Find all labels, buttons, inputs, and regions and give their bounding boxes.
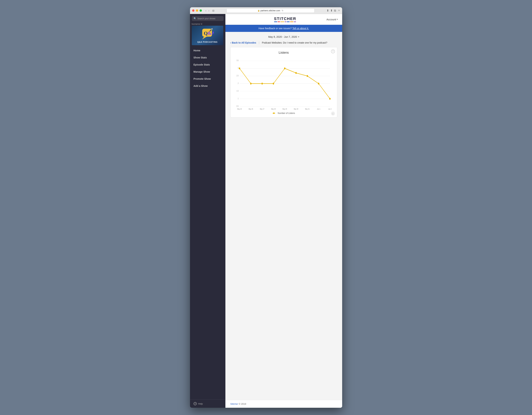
- chart-dot-2: [261, 83, 263, 85]
- chart-dot-0: [239, 68, 240, 69]
- breadcrumb-separator: |: [259, 41, 259, 44]
- podcast-artwork: Q &A 🎤 Q&A PODCASTING: [192, 26, 223, 45]
- chart-dot-7: [318, 83, 319, 85]
- svg-text:May 30: May 30: [294, 108, 298, 110]
- svg-text:May 29: May 29: [282, 108, 287, 110]
- svg-text:1.5: 1.5: [236, 90, 238, 92]
- episode-title: Podcast Websites: Do I need to create on…: [262, 41, 327, 44]
- sidebar-item-add-show[interactable]: Add a Show: [190, 82, 225, 89]
- logo-bar-1: [274, 21, 277, 22]
- legend-label: Number of Listens: [278, 112, 295, 114]
- svg-text:Q: Q: [204, 30, 208, 36]
- podcast-logo: Q &A 🎤: [201, 28, 214, 40]
- logo-wordmark: STITCHER: [274, 17, 296, 21]
- feedback-link[interactable]: Tell us about it.: [292, 27, 309, 30]
- show-card[interactable]: buzzsprout ⬇ Q &A: [192, 23, 224, 45]
- chart-dot-4: [284, 68, 285, 69]
- help-icon: ?: [194, 402, 197, 405]
- svg-text:3: 3: [238, 67, 238, 69]
- svg-text:May 25: May 25: [237, 108, 242, 110]
- svg-text:May 26: May 26: [248, 108, 253, 110]
- date-range-selector[interactable]: May 8, 2020 - Jun 7, 2020 ▾: [268, 35, 299, 38]
- toolbar-right: ⬇ ⬆ ⧉ +: [327, 9, 340, 12]
- help-link[interactable]: ? Help: [194, 402, 222, 405]
- sidebar-item-promote-show[interactable]: Promote Show: [190, 75, 225, 82]
- podcast-logo-svg: Q &A 🎤: [201, 28, 214, 40]
- sidebar: 🔍 buzzsprout ⬇ Q: [190, 14, 225, 408]
- svg-text:2: 2: [238, 82, 238, 85]
- svg-text:May 27: May 27: [260, 108, 264, 110]
- svg-text:Jun 1: Jun 1: [317, 108, 320, 110]
- close-button[interactable]: [192, 10, 194, 12]
- reload-button[interactable]: ↻: [282, 10, 284, 12]
- podcast-source-label: buzzsprout ⬇: [192, 23, 224, 25]
- sidebar-item-episode-stats[interactable]: Episode Stats: [190, 61, 225, 68]
- app-container: 🔍 buzzsprout ⬇ Q: [190, 14, 342, 408]
- main-content: STITCHER Account ▾: [225, 14, 342, 408]
- chart-dot-8: [329, 98, 331, 100]
- legend-line-icon: [273, 112, 277, 114]
- chart-dot-5: [295, 72, 297, 74]
- sidebar-nav: Home Show Stats Episode Stats Manage Sho…: [190, 47, 225, 89]
- lock-icon: 🔒: [258, 10, 260, 11]
- chart-dot-3: [273, 83, 274, 85]
- back-to-episodes-link[interactable]: ‹ Back to All Episodes: [230, 41, 256, 44]
- stitcher-logo: STITCHER: [274, 17, 296, 22]
- share-button[interactable]: ⬆: [330, 9, 332, 12]
- svg-text:🎤: 🎤: [209, 28, 213, 32]
- back-button[interactable]: ‹: [205, 9, 207, 12]
- add-tab-button[interactable]: ⧉: [334, 9, 336, 12]
- download-icon: ⬇: [201, 23, 202, 25]
- forward-button[interactable]: ›: [208, 9, 210, 12]
- podcast-name-label: Q&A PODCASTING: [197, 41, 218, 43]
- logo-bars: [274, 21, 296, 22]
- logo-bar-6: [290, 21, 294, 22]
- titlebar: ‹ › ⊟ 🔒 partners.stitcher.com ↻ ⬇ ⬆ ⧉ +: [190, 7, 342, 14]
- logo-bar-4: [285, 21, 286, 22]
- chart-scroll-button[interactable]: ↓: [331, 112, 335, 116]
- site-footer: Stitcher © 2019: [225, 400, 342, 408]
- svg-text:Jun 2: Jun 2: [328, 108, 332, 110]
- logo-bar-5: [287, 21, 290, 22]
- listens-chart: 3.5 3 2.5 2 1.5 1 0.5: [235, 57, 333, 110]
- url-text: partners.stitcher.com: [260, 10, 280, 12]
- svg-point-29: [273, 112, 275, 114]
- date-picker[interactable]: May 8, 2020 - Jun 7, 2020 ▾: [230, 35, 337, 38]
- chart-help-button[interactable]: ?: [331, 49, 335, 53]
- svg-text:May 28: May 28: [271, 108, 276, 110]
- breadcrumb-bar: ‹ Back to All Episodes | Podcast Website…: [230, 41, 337, 44]
- maximize-button[interactable]: [200, 10, 202, 12]
- logo-bar-2: [278, 21, 280, 22]
- feedback-banner: Have feedback or see issues? Tell us abo…: [225, 25, 342, 32]
- browser-window: ‹ › ⊟ 🔒 partners.stitcher.com ↻ ⬇ ⬆ ⧉ + …: [190, 7, 342, 408]
- chart-dot-1: [250, 83, 251, 85]
- chart-title: Listens: [235, 51, 333, 55]
- sidebar-item-show-stats[interactable]: Show Stats: [190, 54, 225, 61]
- date-caret-icon: ▾: [298, 36, 299, 38]
- svg-text:3.5: 3.5: [236, 59, 238, 62]
- svg-text:2.5: 2.5: [236, 75, 238, 77]
- top-nav: STITCHER Account ▾: [225, 14, 342, 25]
- chevron-down-icon: ▾: [337, 18, 338, 20]
- search-input[interactable]: [198, 17, 222, 20]
- url-bar[interactable]: 🔒 partners.stitcher.com ↻: [227, 9, 314, 13]
- svg-marker-4: [202, 37, 207, 39]
- logo-bar-3: [280, 21, 284, 22]
- new-tab-button[interactable]: +: [338, 9, 340, 12]
- sidebar-item-home[interactable]: Home: [190, 47, 225, 54]
- search-box[interactable]: 🔍: [192, 16, 224, 21]
- content-area: May 8, 2020 - Jun 7, 2020 ▾ ‹ Back to Al…: [225, 32, 342, 400]
- account-button[interactable]: Account ▾: [326, 18, 338, 21]
- sidebar-item-manage-show[interactable]: Manage Show: [190, 68, 225, 75]
- sidebar-footer: ? Help: [190, 399, 225, 408]
- search-icon: 🔍: [194, 17, 196, 20]
- download-button[interactable]: ⬇: [327, 9, 329, 12]
- minimize-button[interactable]: [196, 10, 198, 12]
- back-arrow-icon: ‹: [230, 41, 231, 44]
- svg-text:May 31: May 31: [305, 108, 309, 110]
- nav-buttons: ‹ ›: [205, 9, 210, 12]
- chart-legend: Number of Listens: [235, 112, 333, 114]
- sidebar-toggle-button[interactable]: ⊟: [212, 9, 214, 12]
- stitcher-footer-link[interactable]: Stitcher: [230, 403, 238, 405]
- chart-dot-6: [307, 75, 308, 77]
